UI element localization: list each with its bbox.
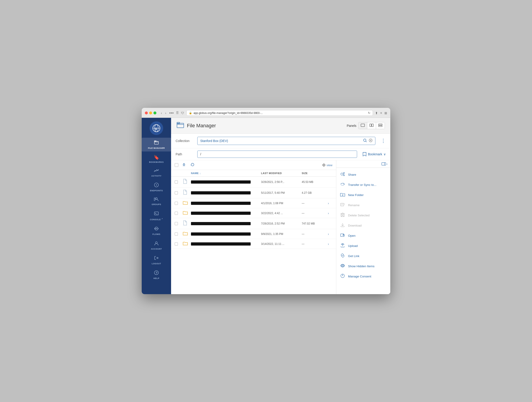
path-input[interactable]: / bbox=[197, 151, 357, 158]
table-row[interactable]: 5/11/2017, 5:40 PM 4.27 GB bbox=[171, 187, 336, 198]
flows-icon bbox=[154, 226, 159, 232]
select-all-checkbox[interactable] bbox=[175, 163, 178, 167]
reload-button[interactable]: ↻ bbox=[368, 111, 370, 115]
browser-window: ‹ › ••• ⠿ 🛡 🔒 app.globus.org/file-manage… bbox=[142, 108, 390, 294]
table-row[interactable]: 3/22/2022, 4:42 ... — › bbox=[171, 208, 336, 218]
sidebar-item-label: FILE MANAGER bbox=[148, 147, 165, 149]
browser-share-button[interactable]: ⬆ bbox=[375, 111, 378, 115]
svg-point-63 bbox=[342, 265, 343, 266]
svg-rect-21 bbox=[361, 124, 365, 127]
refresh-button[interactable] bbox=[190, 162, 196, 168]
view-settings-button[interactable]: view bbox=[322, 163, 332, 167]
file-date: 7/26/2016, 2:52 PM bbox=[261, 222, 302, 225]
file-arrow[interactable]: › bbox=[324, 242, 332, 246]
split-view-button[interactable]: ⊞ bbox=[384, 111, 387, 115]
sidebar-item-logout[interactable]: LOGOUT bbox=[142, 253, 171, 267]
new-tab-button[interactable]: + bbox=[380, 111, 382, 115]
table-row[interactable]: 7/26/2016, 2:52 PM 747.02 MB bbox=[171, 218, 336, 229]
table-row[interactable]: 4/1/2016, 1:08 PM — › bbox=[171, 198, 336, 208]
menu-item-manage-consent[interactable]: Manage Consent bbox=[336, 271, 390, 281]
file-arrow[interactable]: › bbox=[324, 232, 332, 236]
dual-panel-button[interactable] bbox=[367, 122, 376, 129]
menu-item-get-link[interactable]: Get Link bbox=[336, 251, 390, 261]
menu-item-transfer[interactable]: Transfer or Sync to... bbox=[336, 180, 390, 190]
bookmark-button[interactable]: Bookmark ∨ bbox=[362, 152, 386, 157]
file-icon bbox=[183, 179, 191, 185]
menu-item-show-hidden[interactable]: Show Hidden Items bbox=[336, 261, 390, 271]
folder-icon bbox=[183, 231, 191, 236]
sidebar-item-endpoints[interactable]: ENDPOINTS bbox=[142, 180, 171, 194]
sidebar-item-file-manager[interactable]: FILE MANAGER bbox=[142, 138, 171, 152]
menu-item-download: Download bbox=[336, 220, 390, 231]
file-arrow[interactable]: › bbox=[324, 211, 332, 215]
show-hidden-label: Show Hidden Items bbox=[348, 265, 374, 268]
file-date: 9/9/2021, 1:35 PM bbox=[261, 232, 302, 236]
file-name bbox=[191, 191, 261, 194]
back-button[interactable]: ‹ bbox=[160, 111, 163, 115]
row-checkbox[interactable] bbox=[175, 232, 178, 236]
single-panel-button[interactable] bbox=[358, 122, 367, 129]
collapse-panel-button[interactable]: ‹ bbox=[381, 162, 388, 166]
console-icon bbox=[154, 211, 159, 217]
collection-search-button[interactable] bbox=[363, 138, 367, 143]
file-arrow[interactable]: › bbox=[324, 201, 332, 205]
close-button[interactable] bbox=[145, 111, 148, 115]
collection-row: Collection Stanford Box (DEV) bbox=[171, 134, 390, 148]
share-label: Share bbox=[348, 173, 356, 176]
traffic-lights bbox=[145, 111, 156, 115]
sidebar-item-console[interactable]: CONSOLE ↗ bbox=[142, 209, 171, 223]
sidebar-item-bookmarks[interactable]: 🔖 BOOKMARKS bbox=[142, 152, 171, 166]
row-checkbox[interactable] bbox=[175, 191, 178, 194]
right-panel: ‹ bbox=[336, 160, 390, 294]
context-menu: Share bbox=[336, 168, 390, 283]
up-directory-button[interactable] bbox=[181, 162, 187, 168]
sidebar-item-account[interactable]: ACCOUNT bbox=[142, 239, 171, 252]
collection-label: Collection bbox=[176, 139, 194, 143]
file-name bbox=[191, 222, 261, 225]
row-checkbox[interactable] bbox=[175, 222, 178, 225]
collection-clear-button[interactable] bbox=[369, 139, 373, 143]
sidebar-item-activity[interactable]: ACTIVITY bbox=[142, 166, 171, 179]
menu-item-new-folder[interactable]: New Folder bbox=[336, 190, 390, 200]
svg-line-27 bbox=[366, 141, 367, 142]
file-size: — bbox=[302, 232, 324, 236]
more-options-icon: ••• bbox=[169, 111, 174, 115]
collection-menu-button[interactable]: ⋮ bbox=[381, 138, 386, 144]
grid-icon: ⠿ bbox=[176, 111, 179, 115]
redacted-name bbox=[191, 232, 251, 236]
menu-item-upload[interactable]: Upload bbox=[336, 241, 390, 251]
table-row[interactable]: 3/14/2022, 11:11 ... — › bbox=[171, 239, 336, 249]
table-row[interactable]: 3/26/2021, 2:56 P... 45.53 MB bbox=[171, 177, 336, 187]
bookmark-chevron: ∨ bbox=[384, 152, 386, 156]
menu-item-open[interactable]: Open bbox=[336, 231, 390, 241]
svg-point-9 bbox=[154, 198, 155, 199]
browser-titlebar: ‹ › ••• ⠿ 🛡 🔒 app.globus.org/file-manage… bbox=[142, 108, 390, 118]
file-name bbox=[191, 242, 261, 246]
svg-line-45 bbox=[343, 175, 343, 175]
sidebar-item-groups[interactable]: GROUPS bbox=[142, 195, 171, 208]
file-date: 3/26/2021, 2:56 P... bbox=[261, 180, 302, 184]
forward-button[interactable]: › bbox=[164, 111, 167, 115]
row-checkbox[interactable] bbox=[175, 242, 178, 246]
sidebar-item-flows[interactable]: FLOWS bbox=[142, 224, 171, 238]
panels-section: Panels bbox=[347, 122, 385, 129]
minimize-button[interactable] bbox=[149, 111, 152, 115]
file-manager-body: Collection Stanford Box (DEV) bbox=[171, 134, 390, 294]
table-row[interactable]: 9/9/2021, 1:35 PM — › bbox=[171, 229, 336, 239]
col-name[interactable]: NAME ↓ bbox=[191, 172, 261, 175]
menu-item-share[interactable]: Share bbox=[336, 170, 390, 180]
redacted-name bbox=[191, 222, 251, 225]
page-title-icon bbox=[177, 121, 184, 130]
row-checkbox[interactable] bbox=[175, 180, 178, 184]
address-bar[interactable]: 🔒 app.globus.org/file-manager?origin_id=… bbox=[186, 110, 373, 116]
file-size: 4.27 GB bbox=[302, 191, 324, 194]
row-checkbox[interactable] bbox=[175, 212, 178, 215]
sidebar-item-help[interactable]: ? HELP bbox=[142, 268, 171, 282]
collection-input[interactable]: Stanford Box (DEV) bbox=[197, 137, 375, 145]
new-folder-label: New Folder bbox=[348, 193, 364, 197]
alternate-panel-button[interactable] bbox=[376, 122, 385, 129]
row-checkbox[interactable] bbox=[175, 202, 178, 205]
maximize-button[interactable] bbox=[153, 111, 156, 115]
panels-label: Panels bbox=[347, 124, 356, 128]
svg-point-14 bbox=[158, 228, 159, 229]
